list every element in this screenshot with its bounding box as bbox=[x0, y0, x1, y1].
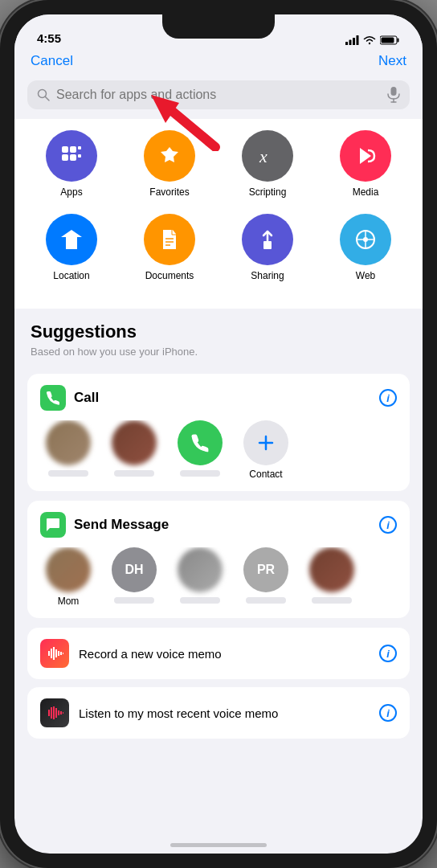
listen-voice-text: Listen to my most recent voice memo bbox=[79, 706, 278, 720]
contact-item-5[interactable] bbox=[304, 547, 360, 607]
pr-avatar: PR bbox=[243, 547, 288, 592]
plus-icon bbox=[257, 434, 275, 452]
message-icon bbox=[45, 517, 61, 533]
categories: Apps Favorites x bbox=[14, 119, 423, 309]
call-title-row: Call bbox=[40, 385, 99, 411]
svg-rect-19 bbox=[78, 146, 81, 149]
category-scripting-label: Scripting bbox=[249, 186, 287, 198]
svg-point-4 bbox=[369, 43, 370, 44]
contact-item[interactable] bbox=[106, 420, 162, 480]
call-info-icon[interactable]: i bbox=[379, 389, 397, 407]
contact-item-pr[interactable]: PR bbox=[238, 547, 294, 607]
web-icon bbox=[353, 227, 378, 252]
call-card: Call i bbox=[27, 374, 410, 491]
category-location-label: Location bbox=[53, 270, 89, 281]
category-media-label: Media bbox=[353, 186, 379, 198]
record-info-icon[interactable]: i bbox=[379, 645, 397, 662]
contact-name-blurred bbox=[48, 470, 88, 477]
category-favorites-label: Favorites bbox=[149, 186, 189, 198]
phone-frame: 4:55 bbox=[0, 0, 437, 868]
contact-avatar-blurred bbox=[46, 420, 91, 465]
record-voice-icon bbox=[40, 639, 69, 668]
listen-item-left: Listen to my most recent voice memo bbox=[40, 698, 278, 727]
search-bar-container bbox=[14, 76, 423, 119]
contact5-sublabel bbox=[312, 597, 352, 604]
record-voice-memo-item[interactable]: Record a new voice memo i bbox=[27, 628, 410, 679]
mom-avatar bbox=[46, 547, 91, 592]
svg-rect-20 bbox=[78, 154, 81, 158]
contact-item[interactable] bbox=[40, 420, 96, 480]
message-title-row: Send Message bbox=[40, 512, 169, 538]
location-icon bbox=[59, 227, 84, 252]
category-location[interactable]: Location bbox=[35, 214, 108, 281]
contact-name-blurred2 bbox=[114, 470, 154, 477]
suggestions-title: Suggestions bbox=[31, 321, 406, 342]
dh-sublabel bbox=[114, 597, 154, 604]
category-documents-label: Documents bbox=[145, 270, 194, 281]
waveform-icon2 bbox=[46, 706, 63, 720]
contact-item-add[interactable]: Contact bbox=[238, 420, 294, 480]
suggestions-area: Call i bbox=[14, 374, 423, 739]
contact-item-mom[interactable]: Mom bbox=[40, 547, 96, 607]
contact-sublabel-phone bbox=[180, 470, 220, 477]
svg-rect-1 bbox=[349, 40, 352, 46]
category-scripting[interactable]: x Scripting bbox=[231, 130, 304, 198]
contact-item-cc[interactable] bbox=[172, 547, 228, 607]
nav-cancel-button[interactable]: Cancel bbox=[31, 53, 73, 69]
nav-next-button[interactable]: Next bbox=[378, 53, 406, 69]
send-message-card: Send Message i Mom DH bbox=[27, 501, 410, 618]
nav-bar: Cancel Next bbox=[14, 50, 423, 76]
category-media[interactable]: Media bbox=[329, 130, 402, 198]
message-info-icon[interactable]: i bbox=[379, 516, 397, 534]
categories-row-2: Location Documents bbox=[22, 214, 415, 281]
category-apps[interactable]: Apps bbox=[35, 130, 108, 198]
listen-info-icon[interactable]: i bbox=[379, 704, 397, 722]
search-input[interactable] bbox=[56, 88, 381, 102]
listen-voice-memo-item[interactable]: Listen to my most recent voice memo i bbox=[27, 687, 410, 739]
record-item-left: Record a new voice memo bbox=[40, 639, 222, 668]
contact-item-dh[interactable]: DH bbox=[106, 547, 162, 607]
category-sharing[interactable]: Sharing bbox=[231, 214, 304, 281]
search-bar[interactable] bbox=[27, 80, 410, 109]
category-documents[interactable]: Documents bbox=[133, 214, 206, 281]
status-time: 4:55 bbox=[37, 31, 61, 45]
category-web-label: Web bbox=[356, 270, 375, 281]
message-card-header: Send Message i bbox=[40, 512, 397, 538]
signal-icon bbox=[345, 35, 359, 45]
call-card-header: Call i bbox=[40, 385, 397, 411]
call-app-icon bbox=[40, 385, 66, 411]
suggestions-subtitle: Based on how you use your iPhone. bbox=[31, 346, 406, 358]
svg-rect-18 bbox=[70, 154, 76, 161]
category-apps-label: Apps bbox=[60, 186, 82, 198]
phone-icon bbox=[45, 390, 61, 406]
add-contact-btn[interactable] bbox=[243, 420, 288, 465]
svg-rect-15 bbox=[62, 146, 68, 153]
record-voice-text: Record a new voice memo bbox=[79, 647, 222, 661]
category-sharing-label: Sharing bbox=[251, 270, 284, 281]
listen-voice-icon bbox=[40, 698, 69, 727]
mic-icon[interactable] bbox=[387, 87, 400, 103]
category-web[interactable]: Web bbox=[329, 214, 402, 281]
battery-icon bbox=[380, 35, 400, 45]
svg-rect-7 bbox=[382, 38, 394, 43]
scripting-icon: x bbox=[254, 142, 281, 170]
category-favorites[interactable]: Favorites bbox=[133, 130, 206, 198]
message-app-icon bbox=[40, 512, 66, 538]
svg-rect-2 bbox=[353, 38, 355, 45]
svg-rect-6 bbox=[398, 39, 399, 43]
pr-sublabel bbox=[246, 597, 286, 604]
categories-row-1: Apps Favorites x bbox=[22, 130, 415, 198]
call-contacts-row: Contact bbox=[40, 420, 397, 480]
svg-text:x: x bbox=[259, 146, 268, 166]
svg-rect-17 bbox=[62, 154, 68, 161]
apps-icon bbox=[59, 143, 84, 169]
waveform-icon bbox=[46, 646, 63, 661]
contact-add-label: Contact bbox=[249, 469, 282, 480]
svg-rect-10 bbox=[391, 87, 397, 96]
svg-rect-0 bbox=[345, 42, 348, 45]
svg-rect-3 bbox=[357, 35, 359, 45]
search-icon bbox=[37, 88, 50, 101]
cc-sublabel bbox=[180, 597, 220, 604]
suggestions-section: Suggestions Based on how you use your iP… bbox=[14, 309, 423, 374]
contact-item-phone[interactable] bbox=[172, 420, 228, 480]
